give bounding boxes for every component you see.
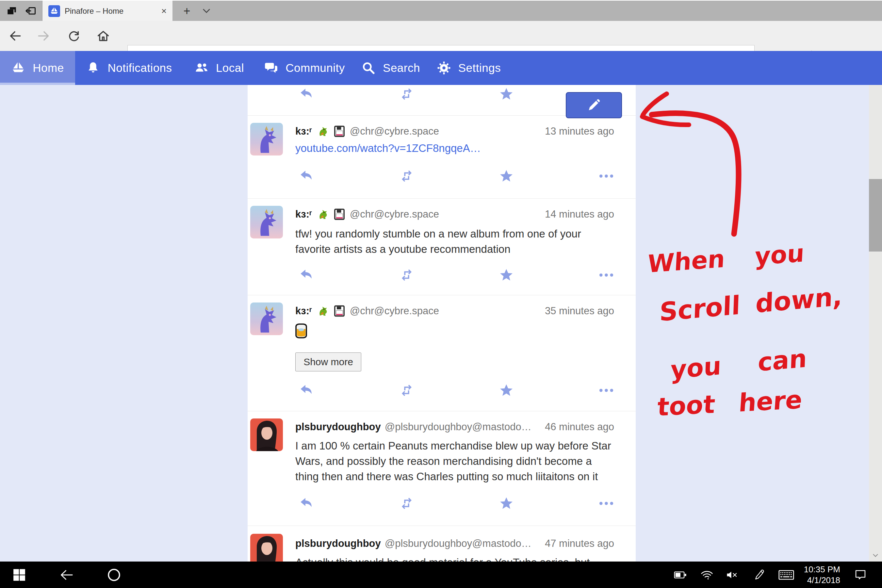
toot-timestamp[interactable]: 46 minutes ago xyxy=(538,421,614,433)
dragon-emoji xyxy=(316,208,329,221)
dragon-emoji xyxy=(316,304,329,318)
favorite-icon[interactable] xyxy=(499,168,514,184)
floppy-disk-emoji xyxy=(333,304,346,318)
boost-icon[interactable] xyxy=(399,87,414,102)
toot-link[interactable]: youtube.com/watch?v=1ZCF8ngqeA… xyxy=(295,142,481,154)
boost-icon[interactable] xyxy=(399,267,414,283)
annotation-text-line: When you xyxy=(647,239,805,278)
cortana-button[interactable] xyxy=(106,561,122,588)
clock-date: 4/1/2018 xyxy=(797,575,840,586)
home-button[interactable] xyxy=(94,27,112,45)
reply-icon[interactable] xyxy=(299,168,314,184)
wifi-icon[interactable] xyxy=(700,561,714,588)
new-tab-button[interactable]: + xyxy=(180,4,194,18)
taskbar-clock[interactable]: 10:35 PM 4/1/2018 xyxy=(797,561,840,588)
toot-timestamp[interactable]: 14 minutes ago xyxy=(538,208,614,220)
scrollbar-track[interactable] xyxy=(869,85,882,561)
boost-icon[interactable] xyxy=(399,496,414,511)
avatar[interactable] xyxy=(250,123,283,156)
magnifier-icon xyxy=(361,61,376,75)
reply-icon[interactable] xyxy=(299,267,314,283)
toot: plsburydoughboy @plsburydoughboy@mastodo… xyxy=(248,411,636,526)
boost-icon[interactable] xyxy=(399,168,414,184)
restore-tabs-icon[interactable] xyxy=(25,5,37,17)
tab-title: Pinafore – Home xyxy=(64,6,156,16)
battery-icon[interactable] xyxy=(674,561,687,588)
set-tabs-aside-icon[interactable] xyxy=(6,5,18,17)
pinafore-nav-bar: Home Notifications Local Community Searc… xyxy=(0,51,882,85)
start-button[interactable] xyxy=(12,561,27,588)
clock-time: 10:35 PM xyxy=(797,564,840,575)
more-icon[interactable] xyxy=(597,168,612,184)
refresh-button[interactable] xyxy=(64,27,83,45)
scrollbar-down-arrow-icon[interactable] xyxy=(871,551,880,559)
screen: Pinafore – Home × + https://dev.pinafore… xyxy=(0,0,882,588)
glass-of-drink-emoji xyxy=(295,323,307,338)
action-center-button[interactable] xyxy=(853,561,868,588)
tab-close-icon[interactable]: × xyxy=(156,6,172,16)
account-handle[interactable]: @chr@cybre.space xyxy=(350,126,439,137)
display-name[interactable]: plsburydoughboy xyxy=(295,538,381,549)
toot-timestamp[interactable]: 35 minutes ago xyxy=(538,305,614,317)
scrollbar-thumb[interactable] xyxy=(869,179,882,252)
floppy-disk-emoji xyxy=(333,208,346,221)
toot-timestamp[interactable]: 47 minutes ago xyxy=(538,538,614,549)
account-handle[interactable]: @plsburydoughboy@mastodon.s… xyxy=(385,538,534,549)
more-icon[interactable] xyxy=(597,496,612,511)
account-handle[interactable]: @chr@cybre.space xyxy=(350,208,439,220)
taskbar-back-button[interactable] xyxy=(59,561,75,588)
more-icon[interactable] xyxy=(597,383,612,398)
dragon-emoji xyxy=(316,125,329,138)
reply-icon[interactable] xyxy=(299,383,314,398)
avatar[interactable] xyxy=(250,303,283,335)
toot-timestamp[interactable]: 13 minutes ago xyxy=(538,126,614,137)
tab-preview-chevron-icon[interactable] xyxy=(201,5,214,18)
reply-icon[interactable] xyxy=(299,87,314,102)
nav-item-local[interactable]: Local xyxy=(183,51,255,85)
windows-taskbar: 10:35 PM 4/1/2018 xyxy=(0,561,882,588)
display-name[interactable]: kз:ʳ xyxy=(295,126,312,137)
timeline-feed: kз:ʳ @chr@cybre.space 13 minutes ago you… xyxy=(248,85,636,561)
volume-muted-icon[interactable] xyxy=(725,561,739,588)
nav-item-home[interactable]: Home xyxy=(0,51,75,85)
forward-button[interactable] xyxy=(34,27,53,45)
back-button[interactable] xyxy=(6,27,24,45)
display-name[interactable]: plsburydoughboy xyxy=(295,421,381,433)
browser-tab-strip: Pinafore – Home × + xyxy=(0,0,882,21)
show-more-button[interactable]: Show more xyxy=(295,352,361,371)
pinafore-favicon-icon xyxy=(48,5,60,17)
annotation-text-line: you can xyxy=(670,344,807,384)
avatar[interactable] xyxy=(250,206,283,238)
pencil-icon xyxy=(587,98,601,112)
browser-tab[interactable]: Pinafore – Home × xyxy=(42,1,172,21)
tab-window-buttons xyxy=(0,1,42,21)
favorite-icon[interactable] xyxy=(499,496,514,511)
toot-text: tfw! you randomly stumble on a new album… xyxy=(295,226,614,257)
bell-icon xyxy=(86,61,100,75)
toot: kз:ʳ @chr@cybre.space 14 minutes ago tfw… xyxy=(248,199,636,295)
floppy-disk-emoji xyxy=(333,125,346,138)
nav-item-search[interactable]: Search xyxy=(354,51,428,85)
display-name[interactable]: kз:ʳ xyxy=(295,208,312,220)
favorite-icon[interactable] xyxy=(499,267,514,283)
pen-icon[interactable] xyxy=(752,561,766,588)
favorite-icon[interactable] xyxy=(499,87,514,102)
nav-item-community[interactable]: Community xyxy=(255,51,354,85)
nav-item-settings[interactable]: Settings xyxy=(428,51,510,85)
toot-text: I am 100 % certain Peanuts merchandise b… xyxy=(295,438,614,484)
toot: kз:ʳ @chr@cybre.space 35 minutes ago Sho… xyxy=(248,295,636,411)
nav-item-notifications[interactable]: Notifications xyxy=(75,51,183,85)
account-handle[interactable]: @chr@cybre.space xyxy=(350,305,439,317)
display-name[interactable]: kз:ʳ xyxy=(295,305,312,317)
more-icon[interactable] xyxy=(597,267,612,283)
favorite-icon[interactable] xyxy=(499,383,514,398)
touch-keyboard-icon[interactable] xyxy=(778,561,795,588)
avatar[interactable] xyxy=(250,418,283,451)
reply-icon[interactable] xyxy=(299,496,314,511)
compose-toot-button[interactable] xyxy=(566,92,622,118)
boost-icon[interactable] xyxy=(399,383,414,398)
browser-address-bar: https://dev.pinafore.social/ xyxy=(0,21,882,51)
chat-bubbles-icon xyxy=(264,61,278,75)
account-handle[interactable]: @plsburydoughboy@mastodon.s… xyxy=(385,421,534,433)
toot: kз:ʳ @chr@cybre.space 13 minutes ago you… xyxy=(248,116,636,199)
